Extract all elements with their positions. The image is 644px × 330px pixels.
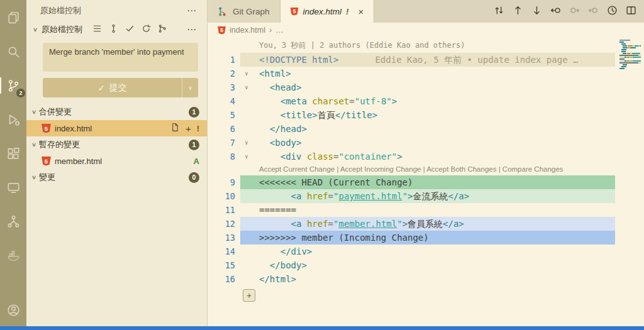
line-number: 3	[208, 80, 240, 94]
arrow-down-icon[interactable]	[531, 5, 542, 18]
code-line-2[interactable]: 2∨<html>	[208, 67, 644, 80]
code-line-16[interactable]: 16</html>	[208, 272, 644, 286]
search-icon[interactable]	[4, 43, 22, 60]
code-line-1[interactable]: 1<!DOCTYPE html>Eddie Kao, 5 年前 • update…	[208, 53, 644, 67]
fold-gutter	[240, 122, 253, 136]
breadcrumb-more[interactable]: …	[275, 26, 284, 35]
code-line-9[interactable]: 9<<<<<<< HEAD (Current Change)	[208, 175, 644, 189]
line-number: 15	[208, 258, 240, 272]
extensions-icon[interactable]	[4, 145, 22, 162]
line-number: 11	[208, 203, 240, 217]
code-editor[interactable]: You, 3 秒前 | 2 authors (Eddie Kao and oth…	[208, 38, 644, 326]
code-text: <meta charset="utf-8">	[253, 94, 397, 108]
line-number: 2	[208, 67, 240, 80]
code-text: <a href="payment.html">金流系統</a>	[253, 189, 469, 203]
run-debug-icon[interactable]	[4, 111, 22, 128]
fold-chevron-icon[interactable]: ∨	[240, 136, 253, 150]
next-diff-icon[interactable]	[588, 5, 599, 18]
code-text: </div>	[253, 245, 312, 258]
commit-button-label: 提交	[109, 82, 127, 94]
stage-plus-icon[interactable]: +	[186, 124, 191, 133]
accounts-icon[interactable]	[4, 301, 22, 319]
fold-gutter	[240, 108, 253, 122]
scm-group-changes[interactable]: ∨ 變更 0	[26, 169, 207, 185]
file-name: index.html	[55, 124, 92, 133]
docker-icon[interactable]	[4, 246, 22, 264]
tab-index-html[interactable]: 5 index.html ! ×	[280, 0, 375, 23]
fold-chevron-icon[interactable]: ∨	[240, 80, 253, 94]
codelens-action[interactable]: Accept Current Change	[259, 165, 335, 173]
code-line-4[interactable]: 4 <meta charset="utf-8">	[208, 94, 644, 108]
editor-actions	[486, 0, 644, 23]
git-graph-icon[interactable]	[158, 24, 167, 35]
minimap[interactable]	[619, 40, 641, 70]
code-line-6[interactable]: 6 </head>	[208, 122, 644, 136]
panel-more-icon[interactable]: ⋯	[187, 24, 197, 35]
fold-gutter	[240, 258, 253, 272]
commit-message-input[interactable]: Merge branch 'member' into payment	[43, 43, 198, 72]
codelens-action[interactable]: Compare Changes	[502, 165, 564, 173]
split-editor-icon[interactable]	[626, 5, 636, 18]
code-line-14[interactable]: 14 </div>	[208, 245, 644, 258]
refresh-icon[interactable]	[142, 24, 151, 35]
fold-chevron-icon[interactable]: ∨	[240, 150, 253, 163]
view-as-list-icon[interactable]	[92, 24, 102, 35]
commit-graph-icon[interactable]	[109, 24, 118, 35]
close-icon[interactable]: ×	[358, 6, 364, 17]
compare-changes-icon[interactable]	[494, 5, 504, 18]
editor-group: Git Graph 5 index.html ! × 5 index.htm	[208, 0, 644, 326]
sidebar-title: 原始檔控制	[40, 5, 81, 16]
file-row-index-html[interactable]: 5 index.html + !	[26, 120, 207, 136]
source-control-icon[interactable]: 2	[4, 77, 22, 94]
panel-chevron-icon[interactable]: ∨	[30, 26, 40, 33]
fold-gutter	[240, 217, 253, 231]
scm-group-staged-changes[interactable]: ∨ 暫存的變更 1	[26, 136, 207, 153]
explorer-icon[interactable]	[4, 9, 22, 26]
timeline-icon[interactable]	[607, 5, 618, 18]
line-number: 9	[208, 175, 240, 189]
code-line-3[interactable]: 3∨ <head>	[208, 80, 644, 94]
scm-group-merge-changes[interactable]: ∨ 合併變更 1	[26, 104, 207, 120]
code-line-11[interactable]: 11=======	[208, 203, 644, 217]
project-tree-icon[interactable]	[4, 212, 22, 230]
sidebar-more-icon[interactable]: ⋯	[187, 5, 197, 16]
code-line-7[interactable]: 7∨ <body>	[208, 136, 644, 150]
scm-tree: ∨ 合併變更 1 5 index.html + ! ∨ 暫存的變更 1 5	[26, 104, 207, 185]
fold-gutter	[240, 272, 253, 286]
arrow-up-icon[interactable]	[513, 5, 523, 18]
breadcrumb-file[interactable]: index.html	[230, 26, 265, 35]
code-text: <body>	[253, 136, 301, 150]
codelens-action[interactable]: Accept Both Changes	[426, 165, 496, 173]
inline-blame: Eddie Kao, 5 年前 • update index page …	[375, 55, 578, 65]
fold-chevron-icon[interactable]: ∨	[240, 67, 253, 80]
html-file-icon: 5	[218, 26, 226, 35]
previous-change-icon[interactable]	[550, 5, 561, 18]
codelens-separator: |	[421, 165, 426, 173]
code-text: </body>	[253, 258, 307, 272]
tab-label: Git Graph	[233, 7, 270, 16]
chevron-down-icon: ∨	[29, 109, 39, 115]
prev-diff-icon[interactable]	[569, 5, 580, 18]
code-text: <html>	[253, 67, 291, 80]
tab-bar: Git Graph 5 index.html ! ×	[208, 0, 644, 23]
add-line-button[interactable]: +	[243, 289, 255, 302]
commit-check-icon[interactable]	[125, 24, 135, 35]
code-line-13[interactable]: 13>>>>>>> member (Incoming Change)	[208, 231, 644, 245]
status-bar	[0, 326, 644, 330]
code-line-5[interactable]: 5 <title>首頁</title>	[208, 108, 644, 122]
code-line-15[interactable]: 15 </body>	[208, 258, 644, 272]
open-file-icon[interactable]	[170, 123, 180, 134]
remote-explorer-icon[interactable]	[4, 179, 22, 196]
commit-button[interactable]: ✓ 提交 ∨	[43, 78, 198, 97]
code-line-10[interactable]: 10 <a href="payment.html">金流系統</a>	[208, 189, 644, 203]
codelens-action[interactable]: Accept Incoming Change	[340, 165, 421, 173]
commit-dropdown-chevron-icon[interactable]: ∨	[182, 78, 198, 97]
fold-gutter	[240, 53, 253, 67]
code-line-12[interactable]: 12 <a href="member.html">會員系統</a>	[208, 217, 644, 231]
breadcrumb[interactable]: 5 index.html › …	[208, 23, 644, 38]
tab-git-graph[interactable]: Git Graph	[208, 0, 280, 23]
code-line-8[interactable]: 8∨ <div class="container">	[208, 150, 644, 163]
group-badge: 1	[189, 140, 199, 150]
file-row-member-html[interactable]: 5 member.html A	[26, 153, 207, 169]
git-graph-tab-icon	[218, 6, 228, 17]
